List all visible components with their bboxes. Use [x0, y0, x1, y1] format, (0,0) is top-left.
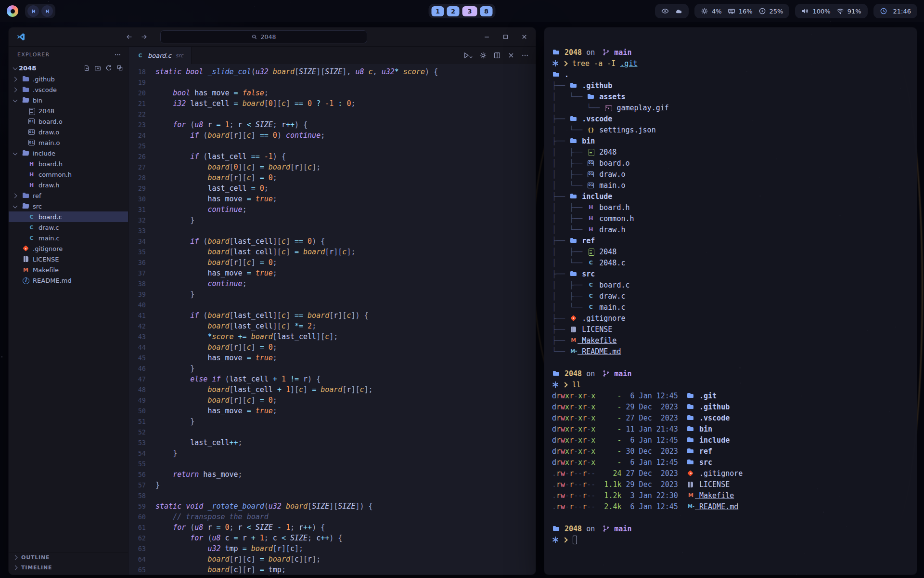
- tree-entry: ├── include: [552, 191, 909, 202]
- audio-network-widget[interactable]: 100% 91%: [795, 4, 867, 18]
- workspace-8[interactable]: 8: [480, 6, 493, 16]
- chevron-right-icon: [12, 192, 19, 199]
- code-line-29: 29 last_cell = 0;: [128, 183, 536, 194]
- split-editor-button[interactable]: [493, 52, 501, 59]
- code-text: for (u8 r = 1; r < SIZE; r++) {: [155, 120, 308, 129]
- more-actions-button[interactable]: [521, 52, 529, 59]
- file-tree-item--gitignore[interactable]: .gitignore: [9, 243, 128, 254]
- file-label: draw.h: [38, 182, 59, 189]
- system-logo-icon[interactable]: [7, 5, 18, 17]
- minimize-button[interactable]: [483, 33, 490, 40]
- line-number: 28: [128, 174, 155, 182]
- file-date: 29 Dec 2023: [626, 403, 687, 411]
- line-number: 31: [128, 206, 155, 213]
- code-text: if (board[last_cell][c] == board[r][c]) …: [155, 311, 369, 320]
- collapse-folders-button[interactable]: [116, 65, 123, 71]
- timeline-section[interactable]: TIMELINE: [9, 563, 128, 573]
- vscode-titlebar[interactable]: 2048: [9, 27, 536, 47]
- editor-settings-button[interactable]: [479, 52, 487, 59]
- code-editor[interactable]: 18static bool _slide_col(u32 board[SIZE]…: [128, 64, 536, 575]
- project-root-folder[interactable]: 2048: [9, 62, 128, 74]
- code-line-61: 61 for (u8 r = 0; r < SIZE - 1; r++) {: [128, 522, 536, 533]
- code-text: has_move = true;: [155, 269, 277, 277]
- file-tree-item-include[interactable]: include: [9, 148, 128, 158]
- file-tree-item-main-c[interactable]: main.c: [9, 233, 128, 243]
- file-tree-item-board-h[interactable]: board.h: [9, 158, 128, 169]
- visibility-icon: [661, 7, 669, 15]
- workspace-1[interactable]: 1: [432, 6, 444, 16]
- code-line-53: 53 last_cell++;: [128, 437, 536, 448]
- explorer-more-icon[interactable]: [114, 51, 121, 58]
- file-label: main.o: [38, 139, 60, 146]
- tree-entry: │ ├── common.h: [552, 213, 909, 224]
- new-folder-button[interactable]: [94, 65, 101, 71]
- line-number: 42: [128, 322, 155, 330]
- book-icon: [687, 481, 695, 488]
- command-center-search[interactable]: 2048: [160, 30, 367, 43]
- line-number: 20: [128, 89, 155, 97]
- file-tree-item--vscode[interactable]: .vscode: [9, 84, 128, 95]
- code-text: board[r][c] = 0;: [155, 173, 277, 182]
- code-line-56: 56 return has_move;: [128, 469, 536, 480]
- file-tree-item-draw-o[interactable]: draw.o: [9, 127, 128, 137]
- navigate-forward-button[interactable]: [141, 33, 148, 40]
- media-prev-button[interactable]: [27, 5, 39, 17]
- file-tree-item-draw-c[interactable]: draw.c: [9, 222, 128, 233]
- tree-connector: ├──: [552, 115, 569, 123]
- file-tree-item-license[interactable]: LICENSE: [9, 254, 128, 264]
- code-text: else if (last_cell + 1 != r) {: [155, 375, 321, 383]
- folder-icon: [569, 115, 578, 123]
- file-tree-item-ref[interactable]: ref: [9, 190, 128, 201]
- terminal-window[interactable]: 2048 on maintree -a -I .git .├── .github…: [544, 27, 917, 575]
- line-number: 30: [128, 195, 155, 203]
- file-tree-item-src[interactable]: src: [9, 201, 128, 211]
- workspace-2[interactable]: 2: [447, 6, 460, 16]
- root-folder-label: 2048: [19, 65, 36, 72]
- navigate-back-button[interactable]: [126, 33, 133, 40]
- code-text: }: [155, 216, 194, 224]
- line-number: 49: [128, 396, 155, 404]
- file-permissions: drwxr-xr-x: [552, 458, 595, 467]
- prompt-arrow-icon: [562, 61, 567, 66]
- clock-widget[interactable]: 21:46: [873, 4, 917, 18]
- tree-entry-name: draw.c: [595, 292, 625, 301]
- file-tree-item--github[interactable]: .github: [9, 74, 128, 84]
- weather-widget[interactable]: [655, 4, 689, 18]
- vscode-logo-icon[interactable]: [16, 32, 26, 41]
- file-tree-item-board-c[interactable]: board.c: [9, 211, 128, 222]
- tree-entry-name: src: [578, 270, 595, 278]
- file-date: 30 Dec 2023: [626, 447, 687, 456]
- code-line-47: 47 else if (last_cell + 1 != r) {: [128, 374, 536, 384]
- file-tree-item-2048[interactable]: 2048: [9, 105, 128, 116]
- tab-board-c[interactable]: board.c src: [128, 47, 192, 64]
- file-tree-item-board-o[interactable]: board.o: [9, 116, 128, 127]
- terminal-prompt: 2048 on main: [552, 523, 909, 534]
- file-tree-item-readme-md[interactable]: README.md: [9, 275, 128, 286]
- code-line-21: 21 i32 last_cell = board[0][c] == 0 ? -1…: [128, 98, 536, 109]
- refresh-explorer-button[interactable]: [105, 65, 112, 71]
- file-tree-item-makefile[interactable]: Makefile: [9, 264, 128, 275]
- run-file-button[interactable]: [462, 52, 473, 59]
- explorer-header: EXPLORER: [9, 47, 128, 62]
- maximize-button[interactable]: [502, 33, 509, 40]
- close-button[interactable]: [521, 33, 528, 40]
- file-tree-item-common-h[interactable]: common.h: [9, 169, 128, 180]
- code-text: board[last_cell][c] *= 2;: [155, 322, 316, 330]
- outline-section[interactable]: OUTLINE: [9, 552, 128, 563]
- more-icon: [521, 52, 529, 59]
- terminal-cursor[interactable]: [573, 536, 577, 544]
- file-size: 1.1k: [595, 480, 626, 489]
- workspace-3[interactable]: 3: [462, 6, 477, 16]
- file-tree-item-bin[interactable]: bin: [9, 95, 128, 105]
- system-stats[interactable]: 4% 16% 25%: [694, 4, 789, 18]
- chevron-spacer: [12, 277, 19, 284]
- file-tree-item-draw-h[interactable]: draw.h: [9, 180, 128, 190]
- file-tree-item-main-o[interactable]: main.o: [9, 137, 128, 148]
- line-number: 40: [128, 301, 155, 309]
- chevron-spacer: [17, 171, 25, 178]
- new-file-button[interactable]: [83, 65, 90, 71]
- media-next-button[interactable]: [41, 5, 53, 17]
- folder-icon: [587, 93, 595, 101]
- close-editor-button[interactable]: [507, 52, 515, 59]
- code-text: board[r][c] = 0;: [155, 343, 277, 352]
